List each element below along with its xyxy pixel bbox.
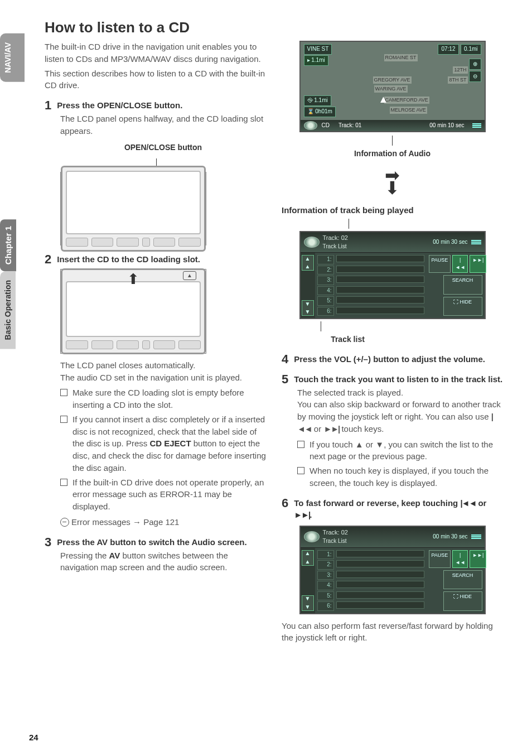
caption-track-list: Track list: [192, 334, 503, 345]
step-2-b2: The audio CD set in the navigation unit …: [60, 372, 266, 384]
page-up-button[interactable]: ▲▲: [302, 550, 314, 566]
cd-icon: [304, 237, 320, 248]
tab-chapter: Chapter 1: [0, 219, 16, 271]
note-error: If the built-in CD drive does not operat…: [60, 476, 266, 513]
tab-section: Basic Operation: [0, 271, 16, 349]
right-column: VINE ST ▸ 1.1mi 07:12 0.1mi ⊕ ⊖ ROMAINE …: [282, 41, 503, 644]
zoom-out-icon[interactable]: ⊖: [469, 71, 481, 82]
page-down-button[interactable]: ▼▼: [302, 300, 314, 316]
step-5-b1: The selected track is played.: [297, 387, 503, 399]
track-rows[interactable]: 1: 2: 3: 4: 5: 6:: [315, 548, 427, 613]
cd-icon: [304, 531, 320, 542]
tab-navav: NAVI/AV: [0, 33, 25, 82]
caption-audio: Information of Audio: [282, 148, 503, 159]
step-5: 5 Touch the track you want to listen to …: [282, 373, 503, 386]
track-rows[interactable]: 1: 2: 3: 4: 5: 6:: [315, 253, 427, 318]
error-ref: Error messages → Page 121: [60, 516, 266, 528]
note-empty-slot: Make sure the CD loading slot is empty b…: [60, 387, 266, 411]
track-list-screenshot-2: Track: 02Track List 00 min 30 sec ▲▲ ▼▼ …: [299, 526, 486, 614]
track-list-screenshot-1: Track: 02Track List 00 min 30 sec ▲▲ ▼▼ …: [299, 231, 486, 319]
caption-track-info: Information of track being played: [282, 204, 503, 216]
device-illustration-1: [60, 172, 206, 245]
step-2: 2 Insert the CD to the CD loading slot.: [45, 253, 266, 266]
search-button[interactable]: SEARCH: [443, 570, 482, 589]
page-down-button[interactable]: ▼▼: [302, 595, 314, 611]
eq-bars-icon: [471, 534, 481, 540]
note-page: If you touch ▲ or ▼, you can switch the …: [297, 439, 503, 463]
page-number: 24: [29, 733, 38, 742]
hide-button[interactable]: ⛶ HIDE: [443, 297, 482, 316]
flow-arrow-down-icon: ⬇: [282, 175, 503, 201]
note-touchkey: When no touch key is displayed, if you t…: [297, 465, 503, 489]
intro-2: This section describes how to listen to …: [45, 68, 266, 92]
down-icon: ▼: [375, 440, 384, 449]
note-eject: If you cannot insert a disc completely o…: [60, 413, 266, 474]
step-3-body: Pressing the AV button switches between …: [60, 550, 266, 574]
pause-button[interactable]: PAUSE: [429, 550, 451, 568]
step-4: 4 Press the VOL (+/–) button to adjust t…: [282, 353, 503, 365]
nav-footer: CD Track: 01 00 min 10 sec: [301, 120, 485, 131]
pause-button[interactable]: PAUSE: [429, 255, 451, 273]
step-5-notes: If you touch ▲ or ▼, you can switch the …: [297, 439, 503, 489]
prev-track-button[interactable]: |◄◄: [452, 255, 468, 273]
eq-bars-icon: [471, 239, 481, 245]
next-track-button[interactable]: ►►|: [470, 255, 486, 273]
page-title: How to listen to a CD: [45, 19, 503, 36]
prev-track-button[interactable]: |◄◄: [452, 550, 468, 568]
search-button[interactable]: SEARCH: [443, 275, 482, 294]
step-3: 3 Press the AV button to switch the Audi…: [45, 536, 266, 548]
step-1-body: The LCD panel opens halfway, and the CD …: [60, 113, 266, 137]
intro-1: The built-in CD drive in the navigation …: [45, 41, 266, 65]
step-1: 1 Press the OPEN/CLOSE button.: [45, 99, 266, 112]
step-5-b2: You can also skip backward or forward to…: [297, 398, 503, 435]
next-icon: ►►|: [323, 424, 339, 434]
device-illustration-2: ⬆ ▲: [60, 269, 206, 354]
step-6-body: You can also perform fast reverse/fast f…: [282, 620, 503, 644]
step-2-notes: Make sure the CD loading slot is empty b…: [60, 387, 266, 513]
zoom-in-icon[interactable]: ⊕: [469, 59, 481, 70]
open-close-caption: OPEN/CLOSE button: [60, 142, 266, 153]
step-2-b1: The LCD panel closes automatically.: [60, 359, 266, 372]
side-tabs: NAVI/AV Chapter 1 Basic Operation: [0, 33, 25, 352]
step-6: 6 To fast forward or reverse, keep touch…: [282, 497, 503, 522]
page-up-button[interactable]: ▲▲: [302, 255, 314, 271]
up-icon: ▲: [355, 440, 364, 449]
nav-map-screenshot: VINE ST ▸ 1.1mi 07:12 0.1mi ⊕ ⊖ ROMAINE …: [299, 41, 486, 132]
next-track-button[interactable]: ►►|: [470, 550, 486, 568]
hide-button[interactable]: ⛶ HIDE: [443, 591, 482, 610]
